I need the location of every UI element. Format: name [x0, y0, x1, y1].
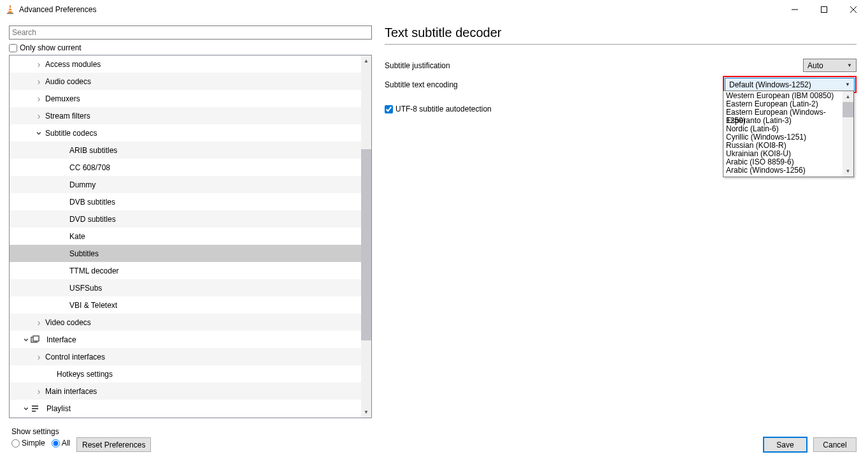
- chevron-down-icon[interactable]: ⌄: [22, 402, 30, 412]
- tree-item-label: Audio codecs: [45, 77, 91, 86]
- chevron-right-icon[interactable]: ›: [35, 94, 43, 104]
- playlist-icon: [30, 404, 40, 414]
- tree-item-label: Interface: [46, 335, 76, 344]
- maximize-button[interactable]: [809, 0, 839, 19]
- scroll-thumb[interactable]: [361, 149, 371, 340]
- svg-rect-1: [9, 8, 11, 9]
- tree-item-label: DVB subtitles: [69, 198, 115, 207]
- tree-item-label: DVD subtitles: [69, 215, 116, 224]
- tree-item-label: Access modules: [45, 60, 101, 69]
- tree-item-label: Hotkeys settings: [57, 370, 113, 379]
- tree-item[interactable]: USFSubs: [10, 279, 361, 296]
- tree-item[interactable]: Hotkeys settings: [10, 365, 361, 382]
- tree-item-label: Control interfaces: [45, 353, 105, 361]
- save-button[interactable]: Save: [764, 437, 807, 452]
- encoding-combo[interactable]: Default (Windows-1252) ▼: [725, 78, 855, 91]
- tree-item-label: ARIB subtitles: [69, 146, 117, 155]
- tree-item[interactable]: ARIB subtitles: [10, 142, 361, 159]
- chevron-right-icon[interactable]: ›: [35, 352, 43, 362]
- tree-item-label: Subtitles: [69, 249, 99, 258]
- justification-combo[interactable]: Auto ▼: [803, 59, 857, 72]
- justification-label: Subtitle justification: [385, 61, 803, 70]
- svg-rect-5: [822, 7, 827, 13]
- reset-preferences-button[interactable]: Reset Preferences: [76, 437, 151, 452]
- tree-item[interactable]: ›Video codecs: [10, 314, 361, 331]
- only-show-current-label: Only show current: [20, 43, 82, 52]
- preferences-tree: ›Access modules›Audio codecs›Demuxers›St…: [9, 55, 372, 418]
- tree-item-label: Dummy: [69, 180, 96, 189]
- tree-item[interactable]: ›Demuxers: [10, 90, 361, 107]
- minimize-button[interactable]: [780, 0, 809, 19]
- chevron-down-icon[interactable]: ⌄: [22, 333, 30, 343]
- chevron-down-icon: ▼: [843, 82, 853, 87]
- tree-item[interactable]: Subtitles: [10, 245, 361, 262]
- chevron-down-icon: ▼: [844, 62, 855, 68]
- window-title: Advanced Preferences: [19, 5, 96, 14]
- scroll-up-icon[interactable]: ▲: [361, 55, 371, 66]
- tree-item-label: TTML decoder: [69, 266, 119, 275]
- interface-icon: [30, 335, 40, 345]
- chevron-right-icon[interactable]: ›: [35, 317, 43, 328]
- tree-item-label: USFSubs: [69, 284, 102, 293]
- svg-rect-9: [33, 336, 39, 341]
- search-input[interactable]: [9, 25, 372, 40]
- encoding-option[interactable]: Arabic (Windows-1256): [723, 166, 843, 175]
- tree-item[interactable]: ⌄Interface: [10, 331, 361, 348]
- tree-item-label: Stream filters: [45, 112, 90, 120]
- tree-item[interactable]: CC 608/708: [10, 159, 361, 176]
- tree-item[interactable]: ›Main interfaces: [10, 382, 361, 400]
- vlc-cone-icon: [5, 4, 15, 15]
- scroll-up-icon[interactable]: ▲: [843, 91, 853, 102]
- encoding-value: Default (Windows-1252): [729, 80, 811, 89]
- tree-item-label: Video codecs: [45, 318, 91, 327]
- tree-item-label: Main interfaces: [45, 387, 97, 396]
- encoding-label: Subtitle text encoding: [385, 80, 723, 89]
- tree-item-label: VBI & Teletext: [69, 301, 117, 310]
- tree-item[interactable]: DVB subtitles: [10, 193, 361, 210]
- tree-item[interactable]: ›Audio codecs: [10, 73, 361, 90]
- tree-item-label: Playlist: [46, 404, 71, 413]
- show-simple-radio[interactable]: Simple: [11, 439, 45, 448]
- titlebar: Advanced Preferences: [0, 0, 868, 19]
- show-settings-label: Show settings: [11, 427, 70, 436]
- tree-item-label: Kate: [69, 232, 85, 241]
- tree-item-label: Demuxers: [45, 94, 80, 103]
- tree-item[interactable]: Kate: [10, 228, 361, 245]
- svg-rect-2: [9, 10, 12, 11]
- show-all-radio[interactable]: All: [52, 439, 70, 448]
- tree-item[interactable]: ⌄Subtitle codecs: [10, 124, 361, 142]
- chevron-right-icon[interactable]: ›: [35, 76, 43, 87]
- tree-item[interactable]: ⌄Playlist: [10, 400, 361, 417]
- only-show-current-checkbox[interactable]: Only show current: [9, 43, 373, 52]
- svg-rect-3: [7, 13, 13, 14]
- chevron-right-icon[interactable]: ›: [35, 386, 43, 397]
- tree-scrollbar[interactable]: ▲ ▼: [361, 55, 371, 418]
- tree-item[interactable]: DVD subtitles: [10, 210, 361, 228]
- chevron-down-icon[interactable]: ⌄: [35, 126, 43, 136]
- tree-item-label: Subtitle codecs: [45, 129, 97, 138]
- utf8-label: UTF-8 subtitle autodetection: [395, 105, 492, 113]
- utf8-box[interactable]: [385, 105, 393, 113]
- tree-item[interactable]: ›Stream filters: [10, 107, 361, 124]
- tree-item[interactable]: Dummy: [10, 176, 361, 193]
- tree-item-label: CC 608/708: [69, 163, 110, 172]
- cancel-button[interactable]: Cancel: [813, 437, 857, 452]
- tree-item[interactable]: TTML decoder: [10, 262, 361, 279]
- only-show-current-box[interactable]: [9, 44, 17, 52]
- scroll-thumb[interactable]: [843, 102, 853, 117]
- chevron-right-icon[interactable]: ›: [35, 111, 43, 121]
- tree-item[interactable]: ›Control interfaces: [10, 348, 361, 365]
- encoding-dropdown[interactable]: Western European (IBM 00850)Eastern Euro…: [723, 91, 854, 177]
- justification-value: Auto: [808, 61, 823, 70]
- close-button[interactable]: [839, 0, 868, 19]
- scroll-down-icon[interactable]: ▼: [361, 407, 371, 418]
- tree-item[interactable]: ›Access modules: [10, 55, 361, 73]
- window-controls: [780, 0, 868, 19]
- scroll-down-icon[interactable]: ▼: [843, 166, 853, 177]
- dropdown-scrollbar[interactable]: ▲ ▼: [843, 91, 853, 177]
- panel-title: Text subtitle decoder: [385, 25, 857, 45]
- chevron-right-icon[interactable]: ›: [35, 59, 43, 69]
- tree-item[interactable]: VBI & Teletext: [10, 296, 361, 314]
- svg-marker-0: [8, 5, 12, 13]
